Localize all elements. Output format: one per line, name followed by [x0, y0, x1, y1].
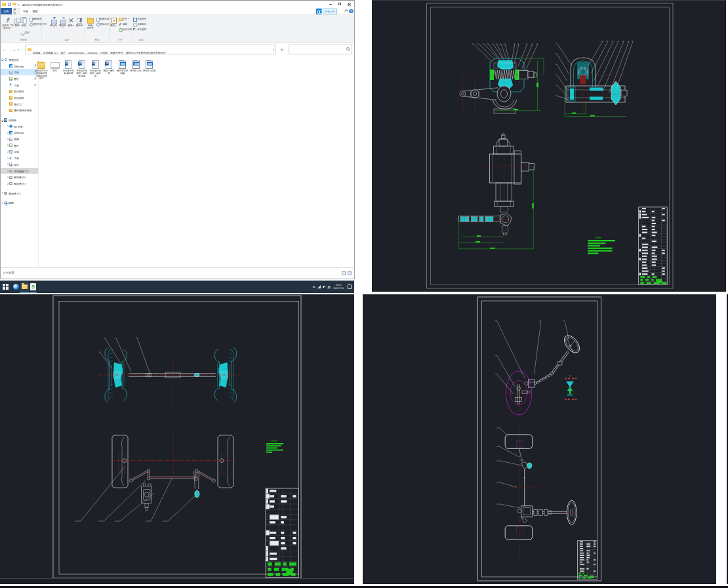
sidebar-item-folder[interactable]: 轮边电机	[1, 94, 38, 101]
chevron-collapsed-icon[interactable]	[7, 157, 9, 159]
forward-button[interactable]: →	[9, 47, 12, 52]
file-item-dwg[interactable]: 转向柱 (1长)	[129, 57, 142, 72]
chevron-collapsed-icon[interactable]	[1, 201, 4, 204]
chevron-expanded-icon[interactable]	[1, 119, 4, 121]
tab-view[interactable]: 查看	[32, 8, 39, 14]
sidebar-item-drive[interactable]: 新加卷 (D:)	[1, 174, 38, 180]
sidebar-item-drive[interactable]: 新加卷 (F:)	[1, 190, 38, 197]
ime-indicator[interactable]: 英	[327, 284, 331, 289]
taskbar-cad-viewer-icon[interactable]: S	[30, 283, 36, 290]
sidebar-item-music[interactable]: 音乐	[1, 161, 38, 168]
details-view-button[interactable]	[342, 271, 346, 275]
sidebar-item-folder[interactable]: 轮边驱动	[1, 88, 38, 94]
address-dropdown-caret[interactable]: ▾	[273, 48, 274, 51]
sidebar-item-drive[interactable]: 新加卷 (F:)	[1, 180, 38, 187]
select-none-button[interactable]: 全部取消	[133, 23, 146, 26]
file-item-word[interactable]: 翻译一循环球	[102, 57, 115, 75]
notification-center-icon[interactable]	[348, 284, 352, 289]
file-item-image[interactable]: 0001	[49, 57, 62, 72]
sidebar-item-pictures[interactable]: 图片	[1, 75, 38, 82]
chevron-collapsed-icon[interactable]	[7, 138, 9, 140]
breadcrumb-segment[interactable]: 用户	[60, 51, 66, 54]
taskbar-file-explorer-icon[interactable]	[20, 282, 29, 292]
sidebar-item-network[interactable]: 网络	[1, 199, 38, 206]
paste-shortcut-button[interactable]: 粘贴快捷方式	[29, 23, 47, 26]
tab-share[interactable]: 共享	[22, 8, 29, 14]
clock[interactable]: 10:33 2021/7/28	[333, 284, 344, 289]
cut-button[interactable]: 剪切	[21, 31, 30, 35]
breadcrumb-segment[interactable]: 凡科图	[100, 51, 108, 54]
rename-button[interactable]: 重命名	[75, 16, 84, 27]
sidebar-item-folder[interactable]: 格式工厂	[1, 101, 38, 108]
paste-button[interactable]: 粘贴	[20, 16, 28, 27]
new-folder-button[interactable]: 新建 文件夹	[85, 16, 95, 29]
network-icon[interactable]	[317, 285, 321, 288]
sidebar-item-pictures[interactable]: 图片	[1, 142, 38, 149]
breadcrumb-segment[interactable]: Desktop	[88, 51, 98, 54]
sidebar-item-documents[interactable]: 文档	[1, 149, 38, 155]
tray-expand-icon[interactable]	[312, 285, 315, 288]
sidebar-item-drive-c[interactable]: 本地磁盘 (C:)	[1, 168, 38, 174]
sidebar-item-desktop[interactable]: Desktop	[1, 130, 38, 136]
open-button[interactable]: 打开	[119, 18, 129, 21]
collapse-ribbon-button[interactable]	[344, 10, 348, 12]
start-button[interactable]	[3, 284, 9, 290]
file-item-word[interactable]: 毕业设计说明书一循环球-副本	[75, 57, 89, 77]
pin-to-quick-access-button[interactable]: 固定到“快 速访问”	[1, 16, 14, 29]
sidebar-item-downloads[interactable]: 下载	[1, 155, 38, 161]
close-button[interactable]	[344, 1, 354, 7]
help-button[interactable]: ?	[349, 9, 354, 14]
back-button[interactable]: ←	[3, 47, 7, 52]
breadcrumb-segment[interactable]: Administrator	[68, 51, 85, 54]
qat-customize-icon[interactable]: ▾	[18, 2, 20, 7]
invert-selection-button[interactable]: 反向选择	[133, 28, 146, 31]
tab-home[interactable]: 主页	[13, 8, 20, 14]
breadcrumb-separator-icon[interactable]: ›	[59, 51, 60, 54]
file-item-word[interactable]: 毕业设计任务-循环球	[62, 57, 75, 75]
search-box[interactable]	[289, 45, 352, 54]
tab-file[interactable]: 文件	[1, 8, 12, 14]
delete-button[interactable]: 删除	[68, 16, 75, 27]
chevron-collapsed-icon[interactable]	[7, 182, 9, 185]
breadcrumb-segment[interactable]: 本地磁盘 (C:)	[43, 51, 58, 54]
sidebar-item-folder[interactable]: 循环球转向原理	[1, 108, 38, 114]
chevron-collapsed-icon[interactable]	[1, 192, 4, 195]
address-bar[interactable]: 此电脑›本地磁盘 (C:)›用户›Administrator›Desktop›凡…	[25, 45, 276, 54]
breadcrumb-separator-icon[interactable]: ›	[167, 51, 167, 54]
breadcrumb-segment[interactable]: 新建文件夹	[111, 51, 123, 54]
file-item-dwg[interactable]: 转向系 (总成)	[143, 57, 156, 72]
breadcrumb-segment[interactable]: 城市SUV汽车循环球式转向系统设计	[126, 51, 165, 54]
breadcrumb-separator-icon[interactable]: ›	[86, 51, 87, 54]
up-button[interactable]: ↑	[18, 47, 20, 52]
chevron-collapsed-icon[interactable]	[7, 150, 9, 153]
breadcrumb-separator-icon[interactable]: ›	[67, 51, 68, 54]
refresh-button[interactable]: ↻	[281, 47, 285, 52]
select-all-button[interactable]: 全部选择	[133, 18, 146, 21]
sidebar-item-this-pc[interactable]: 此电脑	[1, 117, 38, 123]
breadcrumb-separator-icon[interactable]: ›	[41, 51, 42, 54]
chevron-collapsed-icon[interactable]	[7, 176, 9, 178]
chevron-collapsed-icon[interactable]	[7, 163, 9, 166]
breadcrumb-separator-icon[interactable]: ›	[98, 51, 99, 54]
file-item-folder[interactable]: 568 城市SUV汽车循环球式转向系统设计	[35, 57, 48, 79]
qat-new-folder-icon[interactable]	[12, 3, 16, 6]
properties-button[interactable]: 属性	[110, 16, 117, 27]
sidebar-item-desktop[interactable]: Desktop	[1, 63, 38, 69]
sidebar-item-objects3d[interactable]: 3D 对象	[1, 123, 38, 130]
sidebar-item-downloads[interactable]: 下载	[1, 82, 38, 88]
sidebar-item-videos[interactable]: 视频	[1, 136, 38, 142]
chevron-expanded-icon[interactable]	[1, 58, 4, 61]
chevron-collapsed-icon[interactable]	[7, 170, 9, 172]
file-item-word[interactable]: 毕业设计说明书一循环球	[89, 57, 102, 77]
sidebar-item-documents[interactable]: 文档	[1, 69, 38, 75]
qat-properties-icon[interactable]	[8, 3, 11, 6]
chevron-collapsed-icon[interactable]	[7, 131, 9, 134]
recent-locations-button[interactable]: ▾	[14, 48, 15, 52]
breadcrumb-separator-icon[interactable]: ›	[124, 51, 125, 54]
copy-to-button[interactable]: 复制到	[58, 16, 67, 29]
file-item-dwg[interactable]: 循环球式转向器	[116, 57, 129, 75]
history-button[interactable]: 历史记录	[119, 28, 132, 31]
breadcrumb-separator-icon[interactable]: ›	[109, 51, 110, 54]
large-icons-view-button[interactable]	[348, 271, 352, 275]
copy-path-button[interactable]: 复制路径	[29, 18, 42, 21]
